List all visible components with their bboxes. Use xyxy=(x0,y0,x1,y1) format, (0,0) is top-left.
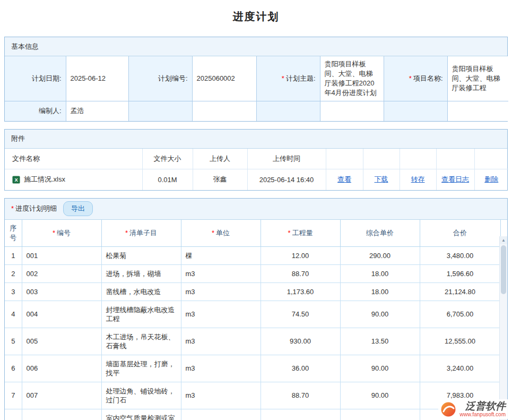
detail-table: 序号*编号*清单子目*单位*工程量综合单价合价 1001松果菊棵12.00290… xyxy=(5,220,501,420)
table-row: 1001松果菊棵12.00290.003,480.00 xyxy=(5,246,500,264)
attachment-row: X 施工情况.xlsx 0.01M 张鑫 2025-06-14 16:40 查看… xyxy=(5,169,508,190)
col-header-uploader: 上传人 xyxy=(193,149,247,169)
table-cell: 松果菊 xyxy=(101,246,181,264)
col-header-file-size: 文件大小 xyxy=(142,149,193,169)
plan-date-value: 2025-06-12 xyxy=(66,56,128,101)
table-cell: 凿线槽，水电改造 xyxy=(101,282,181,301)
required-mark: * xyxy=(288,229,290,237)
table-cell: m3 xyxy=(181,264,261,282)
uploader: 张鑫 xyxy=(193,169,247,190)
save-as-link[interactable]: 转存 xyxy=(411,175,425,183)
table-cell: 8 xyxy=(5,409,22,420)
table-row: 2002进场，拆墙，砌墙m388.7018.001,596.60 xyxy=(5,264,500,282)
detail-header-row: 序号*编号*清单子目*单位*工程量综合单价合价 xyxy=(5,220,500,247)
table-cell: 18.00 xyxy=(340,282,420,301)
table-cell: 6,705.00 xyxy=(420,301,500,328)
table-cell: 003 xyxy=(22,282,101,301)
export-button[interactable]: 导出 xyxy=(63,201,93,216)
page-title: 进度计划 xyxy=(4,10,508,24)
table-cell: 1,173.60 xyxy=(261,282,340,301)
col-header-action xyxy=(436,149,474,169)
fanpu-logo-icon xyxy=(440,401,456,417)
author-label: 编制人: xyxy=(5,101,66,121)
plan-no-value: 2025060002 xyxy=(192,56,256,101)
table-cell: 5 xyxy=(5,328,22,355)
download-link[interactable]: 下载 xyxy=(375,175,388,183)
view-log-link[interactable]: 查看日志 xyxy=(441,175,469,183)
table-cell: 3,480.00 xyxy=(420,246,500,264)
plan-subject-value: 贵阳项目样板间、大堂、电梯厅装修工程2020年4月份进度计划 xyxy=(320,56,384,101)
table-cell: 4 xyxy=(5,301,22,328)
table-cell: 005 xyxy=(22,328,101,355)
table-cell: 18.00 xyxy=(340,264,420,282)
table-cell: 6 xyxy=(5,355,22,382)
project-name-value: 贵阳项目样板间、大堂、电梯厅装修工程 xyxy=(447,56,508,101)
basic-info-row-1: 计划日期: 2025-06-12 计划编号: 2025060002 *计划主题:… xyxy=(5,56,508,101)
attachments-header-row: 文件名称 文件大小 上传人 上传时间 xyxy=(5,149,508,169)
required-mark: * xyxy=(125,229,128,237)
table-cell: 1,596.60 xyxy=(420,264,500,282)
detail-section: *进度计划明细 导出 序号*编号*清单子目*单位*工程量综合单价合价 1001松… xyxy=(4,198,508,420)
view-link[interactable]: 查看 xyxy=(337,175,351,183)
basic-info-header-bar: 基本信息 xyxy=(5,37,507,56)
scroll-up-arrow-icon[interactable]: ▲ xyxy=(500,236,507,244)
label-text: 计划主题: xyxy=(286,74,316,82)
detail-title: *进度计划明细 xyxy=(11,204,57,213)
table-row: 3003凿线槽，水电改造m31,173.6018.0021,124.80 xyxy=(5,282,500,301)
upload-time: 2025-06-14 16:40 xyxy=(247,169,326,190)
table-cell: 36.00 xyxy=(261,355,340,382)
value-text: 孟浩 xyxy=(71,107,84,115)
empty-value-cell xyxy=(320,101,384,121)
table-cell: 12,555.00 xyxy=(420,328,500,355)
required-mark: * xyxy=(11,204,14,212)
table-cell: 500.00 xyxy=(340,409,420,420)
detail-header-bar: *进度计划明细 导出 xyxy=(5,199,507,220)
table-row: 7007处理边角、铺设地砖，过门石m388.7090.007,983.00 xyxy=(5,382,500,409)
col-header-action xyxy=(474,149,508,169)
table-cell: 2 xyxy=(5,264,22,282)
plan-no-label: 计划编号: xyxy=(128,56,192,101)
table-cell: 88.70 xyxy=(261,382,340,409)
scrollbar-thumb[interactable] xyxy=(501,245,506,294)
delete-link[interactable]: 删除 xyxy=(484,175,498,183)
table-cell: 21,124.80 xyxy=(420,282,500,301)
table-row: 5005木工进场，吊天花板、石膏线m3930.0013.5012,555.00 xyxy=(5,328,500,355)
detail-column-header: 合价 xyxy=(420,220,500,247)
table-cell: 001 xyxy=(22,246,101,264)
vertical-scrollbar[interactable]: ▲ xyxy=(499,236,507,420)
table-cell: 3,240.00 xyxy=(420,355,500,382)
table-cell: m3 xyxy=(181,355,261,382)
label-text: 计划日期: xyxy=(32,74,62,82)
empty-value-cell xyxy=(447,101,508,121)
required-mark: * xyxy=(53,229,55,237)
table-cell: 006 xyxy=(22,355,101,382)
table-row: 8008室内空气质量检测或室内空气污染综合治理;m315.50500.007,7… xyxy=(5,409,500,420)
detail-column-header: 序号 xyxy=(5,220,22,247)
table-cell: 88.70 xyxy=(261,264,340,282)
table-cell: 74.50 xyxy=(261,301,340,328)
excel-file-icon: X xyxy=(12,176,20,184)
table-cell: 木工进场，吊天花板、石膏线 xyxy=(101,328,181,355)
basic-info-title: 基本信息 xyxy=(11,42,39,52)
page: 进度计划 基本信息 计划日期: 2025-06-12 计划编号: 2025060… xyxy=(0,0,512,420)
plan-date-label: 计划日期: xyxy=(5,56,66,101)
table-cell: 进场，拆墙，砌墙 xyxy=(101,264,181,282)
table-cell: 13.50 xyxy=(340,328,420,355)
author-value: 孟浩 xyxy=(66,101,128,121)
file-name-cell: X 施工情况.xlsx xyxy=(5,169,142,190)
table-cell: 290.00 xyxy=(340,246,420,264)
empty-value-cell xyxy=(192,101,256,121)
table-cell: 90.00 xyxy=(340,355,420,382)
table-cell: 008 xyxy=(22,409,101,420)
file-name: 施工情况.xlsx xyxy=(24,175,65,184)
table-cell: 930.00 xyxy=(261,328,340,355)
table-cell: 002 xyxy=(22,264,101,282)
plan-subject-label: *计划主题: xyxy=(256,56,320,101)
file-size: 0.01M xyxy=(142,169,193,190)
detail-column-header: *清单子目 xyxy=(101,220,181,247)
table-cell: 1 xyxy=(5,246,22,264)
svg-text:X: X xyxy=(14,177,18,183)
col-header-action xyxy=(363,149,400,169)
detail-column-header: 综合单价 xyxy=(340,220,420,247)
project-name-label: *项目名称: xyxy=(384,56,447,101)
